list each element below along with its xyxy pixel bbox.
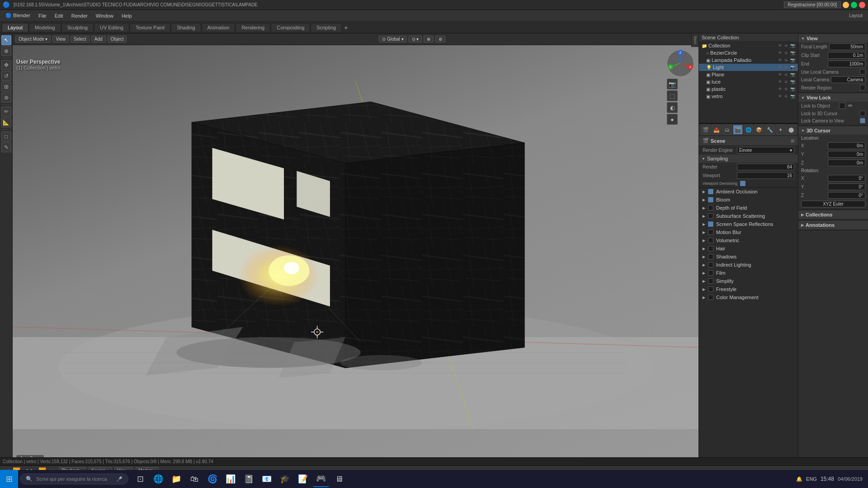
effect-item-screen-space-reflections[interactable]: ▶Screen Space Reflections: [699, 220, 798, 228]
view-menu-button[interactable]: View: [52, 36, 69, 42]
use-local-camera-checkbox[interactable]: [860, 69, 865, 75]
cursor-z-value[interactable]: 0m: [828, 160, 865, 166]
tab-rendering[interactable]: Rendering: [236, 23, 270, 32]
vis-eye-icon-6[interactable]: 👁: [777, 79, 783, 84]
taskbar-app-task-view[interactable]: ⊡: [132, 471, 148, 487]
taskbar-app-store[interactable]: 🛍: [186, 471, 203, 487]
effect-item-motion-blur[interactable]: ▶Motion Blur: [699, 228, 798, 236]
effect-item-shadows[interactable]: ▶Shadows: [699, 253, 798, 261]
effect-item-depth-of-field[interactable]: ▶Depth of Field: [699, 204, 798, 212]
vis-eye-icon-3[interactable]: 👁: [777, 57, 783, 63]
cursor-rx-value[interactable]: 0°: [828, 175, 865, 182]
outliner-item-collection[interactable]: 📁 Collection 👁 ⊕ 📷: [699, 42, 798, 49]
pivot-dropdown[interactable]: ⊙ ▾: [409, 36, 422, 42]
move-tool-button[interactable]: ✥: [1, 60, 11, 70]
vis-eye-icon[interactable]: 👁: [777, 43, 783, 48]
vis-cursor-icon-5[interactable]: ⊕: [783, 72, 789, 77]
vis-eye-icon-5[interactable]: 👁: [777, 72, 783, 77]
cursor-rz-value[interactable]: 0°: [828, 192, 865, 199]
cursor-ry-value[interactable]: 0°: [828, 183, 865, 190]
local-camera-value[interactable]: Camera: [831, 76, 865, 83]
orientation-dropdown[interactable]: ⊙ Global ▾: [379, 36, 406, 42]
vis-render-icon[interactable]: 📷: [790, 43, 795, 48]
proportional-edit-button[interactable]: ⊚: [435, 36, 445, 42]
scene-expand-icon[interactable]: ⊞: [791, 138, 794, 143]
vis-cursor-icon-3[interactable]: ⊕: [783, 57, 789, 63]
vis-render-icon-3[interactable]: 📷: [790, 57, 795, 63]
outliner-item-light[interactable]: 💡 Light 👁 ⊕ 📷: [699, 64, 798, 71]
taskbar-app-word[interactable]: 📝: [295, 471, 311, 487]
props-scene-icon[interactable]: 🎬: [733, 125, 743, 135]
add-menu-button[interactable]: Add: [91, 36, 106, 42]
vis-render-icon-2[interactable]: 📷: [790, 50, 795, 56]
measure-tool-button[interactable]: 📐: [1, 117, 11, 127]
vis-render-icon-6[interactable]: 📷: [790, 79, 795, 84]
vis-render-icon-8[interactable]: 📷: [790, 94, 795, 99]
menu-render[interactable]: Render: [68, 12, 91, 19]
lock-camera-to-view-checkbox[interactable]: [860, 118, 865, 123]
record-button[interactable]: Registrazione [00:00:00]: [784, 1, 841, 8]
tab-scripting[interactable]: Scripting: [311, 23, 342, 32]
taskbar-app-outlook[interactable]: 📧: [259, 471, 275, 487]
props-modifier-icon[interactable]: 🔧: [765, 125, 775, 135]
mic-icon[interactable]: 🎤: [116, 476, 123, 482]
transform-tool-button[interactable]: ⊛: [1, 93, 11, 103]
outliner-item-lampada[interactable]: ▣ Lampada Palladio 👁 ⊕ 📷: [699, 56, 798, 64]
scale-tool-button[interactable]: ⊞: [1, 82, 11, 92]
taskbar-app-edge[interactable]: 🌐: [150, 471, 166, 487]
shading-render-button[interactable]: ●: [667, 114, 678, 125]
clip-end-value[interactable]: 1000m: [828, 61, 865, 67]
taskbar-app-blender[interactable]: 🎮: [313, 471, 329, 487]
tab-uv-editing[interactable]: UV Editing: [94, 23, 129, 32]
taskbar-app-onenote[interactable]: 📓: [241, 471, 257, 487]
effect-checkbox-8[interactable]: [708, 254, 713, 259]
taskbar-app-chrome[interactable]: 🌀: [204, 471, 221, 487]
view-lock-section-header[interactable]: ▼ View Lock: [798, 94, 868, 102]
tab-compositing[interactable]: Compositing: [271, 23, 310, 32]
close-button[interactable]: [859, 2, 865, 8]
effect-item-film[interactable]: ▶Film: [699, 269, 798, 277]
effect-checkbox-10[interactable]: [708, 270, 713, 276]
effect-item-color-management[interactable]: ▶Color Management: [699, 293, 798, 301]
render-samples-value[interactable]: 64: [737, 164, 794, 170]
lock-to-object-swatch[interactable]: [839, 103, 845, 109]
menu-blender[interactable]: 🔵 Blender: [2, 12, 34, 19]
menu-help[interactable]: Help: [118, 12, 136, 19]
effect-item-ambient-occlusion[interactable]: ▶Ambient Occlusion: [699, 188, 798, 196]
lock-3d-cursor-checkbox[interactable]: [860, 111, 865, 116]
tab-sculpting[interactable]: Sculpting: [61, 23, 94, 32]
menu-edit[interactable]: Edit: [51, 12, 67, 19]
draw-tool-button[interactable]: ✎: [1, 142, 11, 152]
tab-texture-paint[interactable]: Texture Paint: [130, 23, 170, 32]
effect-checkbox-11[interactable]: [708, 278, 713, 284]
select-menu-button[interactable]: Select: [71, 36, 90, 42]
effect-checkbox-2[interactable]: [708, 205, 713, 211]
tab-layout[interactable]: Layout: [2, 23, 28, 32]
outliner-item-plane[interactable]: ▣ Plane 👁 ⊕ 📷: [699, 71, 798, 78]
menu-window[interactable]: Window: [92, 12, 117, 19]
taskbar-search[interactable]: 🔍 Scrivi qui per eseguire la ricerca 🎤: [20, 474, 128, 484]
maximize-button[interactable]: [851, 2, 857, 8]
perspective-toggle-button[interactable]: ⬚: [667, 90, 678, 101]
sampling-section-header[interactable]: ▼ Sampling: [699, 155, 798, 163]
vis-render-icon-4[interactable]: 📷: [790, 65, 795, 70]
cursor-x-value[interactable]: 0m: [828, 142, 865, 149]
cursor-tool-button[interactable]: ⊕: [1, 46, 11, 56]
outliner-item-vetro[interactable]: ▣ vetro 👁 ⊕ 📷: [699, 93, 798, 100]
effect-checkbox-9[interactable]: [708, 262, 713, 267]
viewport-canvas[interactable]: User Perspective (1) Collection | vetro: [13, 45, 698, 465]
vis-cursor-icon-8[interactable]: ⊕: [783, 94, 789, 99]
props-material-icon[interactable]: ⬤: [786, 125, 796, 135]
cursor-3d-section-header[interactable]: ▼ 3D Cursor: [798, 127, 868, 135]
taskbar-language[interactable]: ENG: [806, 476, 817, 482]
taskbar-app-excel[interactable]: 📊: [222, 471, 239, 487]
render-engine-dropdown[interactable]: Eevee ▾: [737, 147, 794, 154]
effect-checkbox-3[interactable]: [708, 213, 713, 219]
effect-item-simplify[interactable]: ▶Simplify: [699, 277, 798, 285]
select-tool-button[interactable]: ↖: [1, 35, 11, 45]
vis-eye-icon-8[interactable]: 👁: [777, 94, 783, 99]
outliner-item-luce[interactable]: ▣ luce 👁 ⊕ 📷: [699, 78, 798, 85]
minimize-button[interactable]: [843, 2, 849, 8]
annotate-tool-button[interactable]: ✏: [1, 107, 11, 117]
effect-checkbox-5[interactable]: [708, 230, 713, 235]
